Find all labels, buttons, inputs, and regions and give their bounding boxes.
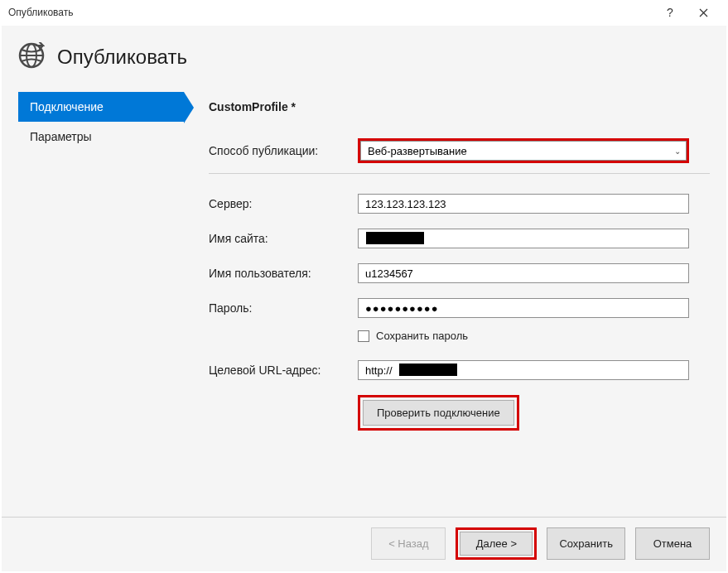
method-label: Способ публикации: (209, 144, 358, 157)
wizard-sidebar: Подключение Параметры (18, 92, 184, 517)
sidebar-item-connection[interactable]: Подключение (18, 92, 184, 122)
password-label: Пароль: (209, 301, 358, 315)
save-button[interactable]: Сохранить (547, 527, 625, 560)
back-button[interactable]: < Назад (371, 527, 446, 560)
dialog-footer: < Назад Далее > Сохранить Отмена (2, 517, 726, 571)
close-icon (699, 8, 708, 17)
form-area: CustomProfile * Способ публикации: ⌄ Сер… (184, 92, 710, 517)
titlebar: Опубликовать ? (0, 0, 728, 25)
close-button[interactable] (687, 0, 720, 25)
site-label: Имя сайта: (209, 232, 358, 245)
redacted-block (399, 364, 457, 376)
dialog-header: Опубликовать (2, 26, 726, 92)
highlight-frame: Далее > (456, 527, 537, 560)
sidebar-item-label: Параметры (30, 130, 92, 143)
dialog-title: Опубликовать (57, 46, 187, 69)
password-input[interactable] (358, 298, 689, 318)
user-label: Имя пользователя: (209, 267, 358, 280)
profile-name: CustomProfile * (209, 100, 710, 113)
publish-icon (18, 42, 45, 71)
help-button[interactable]: ? (653, 0, 687, 25)
user-input[interactable] (358, 263, 689, 283)
url-label: Целевой URL-адрес: (209, 364, 358, 377)
save-password-checkbox[interactable] (358, 330, 369, 342)
sidebar-item-label: Подключение (30, 100, 104, 113)
server-input[interactable] (358, 194, 689, 214)
server-label: Сервер: (209, 197, 358, 210)
publish-method-select[interactable] (360, 141, 687, 161)
next-button[interactable]: Далее > (460, 532, 533, 556)
divider (209, 173, 710, 174)
test-connection-button[interactable]: Проверить подключение (363, 400, 514, 426)
cancel-button[interactable]: Отмена (635, 527, 710, 560)
save-password-label: Сохранить пароль (376, 330, 468, 342)
redacted-block (366, 232, 424, 244)
highlight-frame: Проверить подключение (358, 395, 519, 431)
sidebar-item-parameters[interactable]: Параметры (18, 122, 184, 152)
window-title: Опубликовать (8, 7, 653, 18)
highlight-frame (358, 138, 689, 163)
